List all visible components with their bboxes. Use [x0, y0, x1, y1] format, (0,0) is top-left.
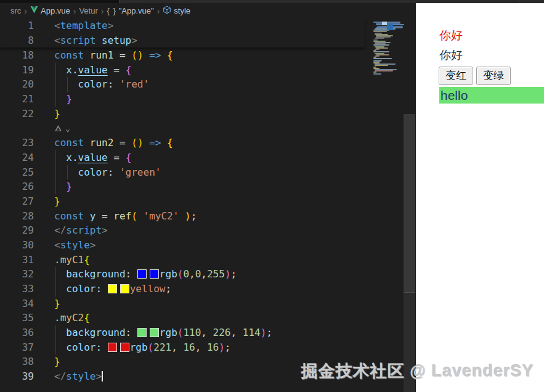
code-line[interactable]: 34}: [0, 296, 416, 311]
line-number: 30: [0, 238, 34, 253]
code-token: value: [78, 64, 108, 76]
code-line[interactable]: 31.myC1{: [0, 253, 416, 267]
hello-banner: hello: [439, 87, 544, 104]
line-content: </script>: [54, 223, 108, 238]
code-line[interactable]: 22}: [0, 107, 416, 121]
code-token: .myC1: [54, 254, 84, 266]
code-token: style: [66, 370, 95, 382]
indent-guide: [55, 63, 56, 78]
code-token: <: [54, 35, 60, 46]
color-swatch[interactable]: [120, 343, 129, 352]
code-token: >: [131, 35, 137, 46]
color-swatch[interactable]: [108, 343, 117, 352]
code-token: }: [54, 298, 60, 309]
code-token: background: [66, 268, 125, 280]
code-token: ,: [201, 327, 213, 338]
code-line[interactable]: 18const run1 = () => {: [0, 48, 416, 63]
code-token: run2: [90, 137, 114, 149]
breadcrumb-src[interactable]: src: [10, 6, 21, 15]
breadcrumb-file[interactable]: App.vue: [41, 6, 70, 15]
turn-green-button[interactable]: 变绿: [476, 67, 511, 85]
line-number: 36: [0, 325, 34, 340]
code-token: }: [66, 181, 72, 192]
code-token: style: [60, 239, 90, 251]
chevron-right-icon: ›: [24, 7, 27, 15]
breadcrumb-symbol[interactable]: style: [174, 6, 190, 15]
code-line[interactable]: 37 color: rgb(221, 16, 16);: [0, 340, 416, 355]
color-swatch[interactable]: [137, 269, 147, 279]
code-line[interactable]: 35.myC2{: [0, 311, 416, 325]
code-token: :: [95, 341, 107, 353]
text-cursor: [102, 371, 103, 382]
code-line[interactable]: 21 }: [0, 92, 416, 107]
breadcrumb-provider[interactable]: Vetur: [79, 6, 97, 15]
code-line[interactable]: 33 color: yellow;: [0, 282, 416, 296]
code-token: ref: [113, 210, 131, 222]
breadcrumb-object[interactable]: "App.vue": [119, 6, 154, 15]
indent-guide: [67, 165, 68, 180]
sticky-scroll[interactable]: 1<template>8<script setup>: [0, 18, 365, 47]
code-line[interactable]: 25 color: 'green': [0, 165, 416, 180]
code-token: .: [72, 64, 78, 76]
color-swatch[interactable]: [137, 328, 147, 337]
turn-red-button[interactable]: 变红: [439, 67, 473, 85]
code-token: ,: [171, 341, 183, 353]
code-line[interactable]: 20 color: 'red': [0, 77, 416, 92]
color-swatch[interactable]: [150, 269, 159, 279]
code-token: =: [95, 210, 113, 222]
code-line[interactable]: 24 x.value = {: [0, 150, 416, 165]
color-swatch[interactable]: [120, 284, 129, 293]
chevron-down-icon[interactable]: ⌄: [65, 125, 70, 133]
code-token: (: [177, 327, 184, 338]
line-number: 25: [0, 165, 34, 180]
code-token: [144, 49, 150, 61]
code-line[interactable]: 19 x.value = {: [0, 63, 416, 78]
code-line[interactable]: 29</script>: [0, 223, 416, 238]
browser-preview-pane: 你好 你好 变红 变绿 hello: [416, 3, 544, 392]
code-line[interactable]: 26 }: [0, 179, 416, 194]
line-content: const y = ref( 'myC2' );: [54, 209, 197, 224]
color-swatch[interactable]: [108, 284, 117, 293]
minimap[interactable]: [365, 18, 403, 392]
code-token: ;: [166, 283, 172, 295]
code-line[interactable]: 27}: [0, 194, 416, 209]
code-token: =>: [149, 137, 161, 149]
code-token: const: [54, 210, 84, 222]
code-line[interactable]: 8<script setup>: [0, 33, 365, 48]
code-line[interactable]: 1<template>: [0, 18, 365, 33]
code-token: }: [54, 108, 60, 120]
code-line[interactable]: 23const run2 = () => {: [0, 136, 416, 150]
style-symbol-icon: [163, 6, 171, 16]
line-number: 20: [0, 77, 34, 92]
code-line[interactable]: 28const y = ref( 'myC2' );: [0, 209, 416, 224]
code-editor[interactable]: 18const run1 = () => {19 x.value = {20 c…: [0, 48, 416, 384]
code-token: [137, 210, 144, 222]
code-token: 110: [183, 327, 201, 338]
code-token: {: [84, 254, 90, 266]
code-token: rgb: [160, 327, 177, 338]
minimap-line: [373, 73, 381, 75]
line-number: 35: [0, 311, 34, 325]
code-token: ): [219, 341, 225, 353]
color-swatch[interactable]: [150, 328, 159, 337]
line-content: color: 'green': [54, 165, 161, 180]
inline-widget-row[interactable]: ⌄: [0, 121, 416, 136]
code-token: [84, 137, 90, 149]
line-number: [0, 121, 34, 136]
scrollbar-thumb[interactable]: [404, 114, 415, 292]
code-token: .: [72, 152, 78, 163]
code-token: 0: [183, 268, 189, 280]
code-token: [95, 35, 102, 46]
editor-scrollbar[interactable]: [404, 3, 415, 392]
code-token: >: [108, 20, 114, 31]
code-token: .myC2: [54, 312, 84, 324]
code-token: }: [54, 195, 60, 207]
line-number: 21: [0, 92, 34, 107]
code-token: =>: [149, 49, 161, 61]
breadcrumb[interactable]: src › App.vue › Vetur › { } "App.vue" › …: [0, 3, 190, 18]
code-line[interactable]: 30<style>: [0, 238, 416, 253]
code-line[interactable]: 32 background: rgb(0,0,255);: [0, 267, 416, 282]
code-line[interactable]: 36 background: rgb(110, 226, 114);: [0, 325, 416, 340]
indent-guide: [55, 165, 56, 180]
line-content: }: [54, 179, 72, 194]
